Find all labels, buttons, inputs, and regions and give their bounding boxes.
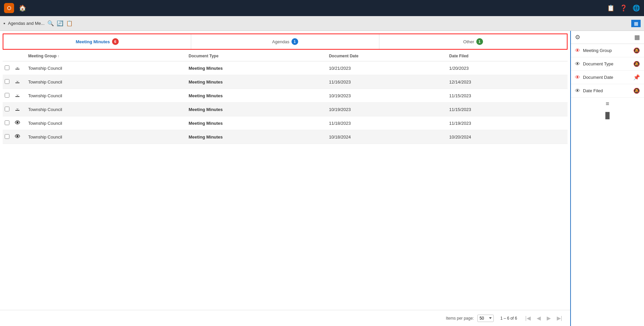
row-date-filed-1: 1/20/2023 — [447, 61, 568, 75]
table-row: Township CouncilMeeting Minutes10/19/202… — [3, 103, 568, 116]
panel-eye-icon-0[interactable]: 👁 — [575, 48, 580, 54]
panel-column-row-3: 👁Date Filed🔕 — [571, 84, 644, 98]
first-page-button[interactable]: |◀ — [524, 314, 532, 322]
tab-badge-other: 1 — [476, 38, 483, 45]
prev-page-button[interactable]: ◀ — [535, 314, 542, 322]
svg-point-1 — [16, 135, 18, 137]
row-checkbox-2[interactable] — [5, 79, 9, 84]
items-per-page-select[interactable]: 102550100 — [477, 315, 494, 322]
side-panel-actions: ≡ ▐▌ — [571, 98, 644, 122]
columns-icon[interactable]: ▐▌ — [603, 112, 612, 119]
table-container: Meeting Group↑Document TypeDocument Date… — [0, 50, 570, 310]
col-header-meeting-group[interactable]: Meeting Group↑ — [26, 51, 186, 61]
table-row: Township CouncilMeeting Minutes11/18/202… — [3, 116, 568, 130]
tab-other[interactable]: Other1 — [379, 34, 567, 49]
notifications-icon[interactable]: 📋 — [607, 4, 614, 12]
row-document-type-1: Meeting Minutes — [186, 61, 327, 75]
row-download-icon-4[interactable] — [15, 107, 20, 112]
row-checkbox-6[interactable] — [5, 134, 9, 139]
row-action-cell-1 — [13, 61, 26, 75]
row-action-cell-3 — [13, 89, 26, 103]
app-logo[interactable]: ⬡ — [4, 3, 14, 13]
panel-grid-icon[interactable]: ▦ — [634, 34, 640, 41]
panel-eye-icon-3[interactable]: 👁 — [575, 88, 580, 94]
panel-pin-icon-3[interactable]: 🔕 — [633, 88, 640, 94]
row-meeting-group-3: Township Council — [26, 89, 186, 103]
next-page-button[interactable]: ▶ — [545, 314, 552, 322]
row-checkbox-cell-3 — [3, 89, 13, 103]
documents-table: Meeting Group↑Document TypeDocument Date… — [3, 51, 568, 144]
row-download-icon-3[interactable] — [15, 93, 20, 99]
row-document-type-3: Meeting Minutes — [186, 89, 327, 103]
last-page-button[interactable]: ▶| — [555, 314, 564, 322]
main-layout: Meeting Minutes6Agendas1Other1 Meeting G… — [0, 31, 644, 326]
right-panel: ⚙ ▦ 👁Meeting Group🔕👁Document Type🔕👁Docum… — [570, 31, 644, 326]
grid-view-button[interactable]: ▦ — [631, 20, 641, 27]
row-meeting-group-6: Township Council — [26, 130, 186, 144]
tab-badge-meeting-minutes: 6 — [112, 38, 119, 45]
col-header-action — [13, 51, 26, 61]
table-row: Township CouncilMeeting Minutes10/18/202… — [3, 130, 568, 144]
row-view-icon-6[interactable] — [15, 134, 20, 140]
col-header-document-date: Document Date — [327, 51, 447, 61]
row-meeting-group-1: Township Council — [26, 61, 186, 75]
table-row: Township CouncilMeeting Minutes10/21/202… — [3, 61, 568, 75]
nav-right: 📋 ❓ 🌐 — [607, 4, 640, 12]
settings-icon[interactable]: ⚙ — [575, 34, 580, 41]
row-checkbox-1[interactable] — [5, 65, 9, 70]
tab-agendas[interactable]: Agendas1 — [191, 34, 379, 49]
sub-toolbar-left: ▪ Agendas and Me... 🔍 🔄 📋 — [3, 20, 73, 26]
panel-column-label-0: Meeting Group — [583, 48, 612, 53]
svg-point-0 — [16, 121, 18, 123]
row-checkbox-3[interactable] — [5, 93, 9, 98]
row-checkbox-cell-5 — [3, 116, 13, 130]
row-document-date-2: 11/16/2023 — [327, 75, 447, 89]
row-checkbox-cell-2 — [3, 75, 13, 89]
row-checkbox-5[interactable] — [5, 120, 9, 125]
search-icon[interactable]: 🔍 — [47, 20, 54, 26]
row-document-date-4: 10/19/2023 — [327, 103, 447, 116]
refresh-icon[interactable]: 🔄 — [57, 20, 63, 26]
row-view-icon-5[interactable] — [15, 120, 20, 126]
globe-icon[interactable]: 🌐 — [633, 4, 640, 12]
panel-column-row-0: 👁Meeting Group🔕 — [571, 44, 644, 57]
row-meeting-group-4: Township Council — [26, 103, 186, 116]
panel-pin-icon-2[interactable]: 📌 — [633, 74, 640, 80]
panel-pin-icon-1[interactable]: 🔕 — [633, 61, 640, 67]
row-download-icon-1[interactable] — [15, 65, 20, 71]
document-icon: ▪ — [3, 20, 5, 26]
row-document-type-2: Meeting Minutes — [186, 75, 327, 89]
row-checkbox-cell-6 — [3, 130, 13, 144]
row-action-cell-2 — [13, 75, 26, 89]
toolbar-title: Agendas and Me... — [8, 21, 45, 26]
row-document-type-5: Meeting Minutes — [186, 116, 327, 130]
top-navigation: ⬡ 🏠 📋 ❓ 🌐 — [0, 0, 644, 16]
footer-pagination: Items per page: 102550100 1 – 6 of 6 |◀ … — [0, 310, 570, 326]
panel-column-row-1: 👁Document Type🔕 — [571, 57, 644, 71]
row-document-date-6: 10/18/2024 — [327, 130, 447, 144]
row-document-type-4: Meeting Minutes — [186, 103, 327, 116]
panel-eye-icon-1[interactable]: 👁 — [575, 61, 580, 67]
panel-column-label-2: Document Date — [583, 75, 613, 80]
row-date-filed-4: 11/15/2023 — [447, 103, 568, 116]
row-download-icon-2[interactable] — [15, 79, 20, 85]
help-icon[interactable]: ❓ — [620, 4, 627, 12]
panel-pin-icon-0[interactable]: 🔕 — [633, 47, 640, 54]
row-checkbox-cell-1 — [3, 61, 13, 75]
copy-icon[interactable]: 📋 — [66, 20, 73, 26]
panel-eye-icon-2[interactable]: 👁 — [575, 74, 580, 80]
col-header-document-type: Document Type — [186, 51, 327, 61]
sub-toolbar: ▪ Agendas and Me... 🔍 🔄 📋 ▦ — [0, 16, 644, 31]
tab-meeting-minutes[interactable]: Meeting Minutes6 — [3, 34, 191, 49]
home-icon[interactable]: 🏠 — [19, 4, 26, 12]
filter-icon[interactable]: ≡ — [606, 100, 609, 107]
row-date-filed-2: 12/14/2023 — [447, 75, 568, 89]
panel-column-row-2: 👁Document Date📌 — [571, 71, 644, 84]
tab-badge-agendas: 1 — [291, 38, 298, 45]
content-area: Meeting Minutes6Agendas1Other1 Meeting G… — [0, 31, 570, 326]
row-checkbox-4[interactable] — [5, 107, 9, 111]
row-action-cell-6 — [13, 130, 26, 144]
tabs-row: Meeting Minutes6Agendas1Other1 — [3, 34, 568, 50]
col-header-date-filed: Date Filed — [447, 51, 568, 61]
sort-arrow-meeting-group: ↑ — [58, 54, 59, 58]
